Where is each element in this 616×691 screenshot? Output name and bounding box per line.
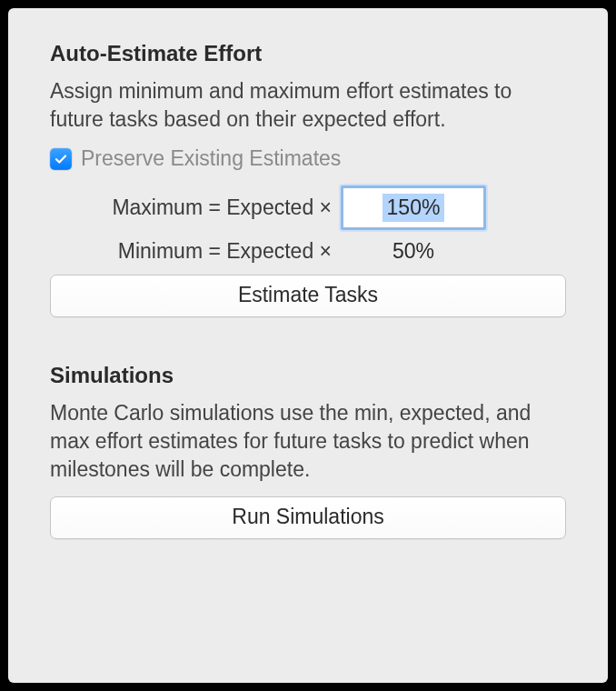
preserve-checkbox[interactable] xyxy=(50,148,72,170)
maximum-row: Maximum = Expected × 150% xyxy=(50,185,566,230)
minimum-row: Minimum = Expected × 50% xyxy=(50,239,566,264)
maximum-label: Maximum = Expected × xyxy=(50,195,341,220)
preserve-row: Preserve Existing Estimates xyxy=(50,146,566,171)
simulations-title: Simulations xyxy=(50,363,566,388)
maximum-input-wrap[interactable]: 150% xyxy=(341,185,486,230)
minimum-value[interactable]: 50% xyxy=(341,239,486,264)
auto-estimate-desc: Assign minimum and maximum effort estima… xyxy=(50,77,566,134)
estimate-tasks-button[interactable]: Estimate Tasks xyxy=(50,275,566,317)
minimum-label: Minimum = Expected × xyxy=(50,239,341,264)
run-simulations-button[interactable]: Run Simulations xyxy=(50,496,566,539)
selection-highlight xyxy=(383,194,444,222)
auto-estimate-title: Auto-Estimate Effort xyxy=(50,41,566,66)
maximum-input[interactable]: 150% xyxy=(345,190,482,225)
settings-panel: Auto-Estimate Effort Assign minimum and … xyxy=(8,8,608,683)
check-icon xyxy=(54,152,68,166)
preserve-label: Preserve Existing Estimates xyxy=(81,146,341,171)
simulations-desc: Monte Carlo simulations use the min, exp… xyxy=(50,399,566,484)
